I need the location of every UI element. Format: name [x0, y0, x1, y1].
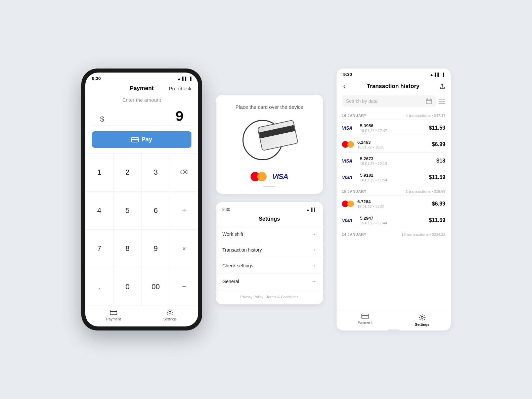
table-row[interactable]: VISA 5.3956 16.01.22 • 17:47 $11.59	[342, 120, 445, 136]
svg-rect-5	[362, 315, 368, 316]
tx-left-6: VISA 5.2947 15.01.22 • 11:44	[342, 216, 387, 225]
tx-amount-4: $11.59	[429, 174, 445, 180]
amount-value: 9	[176, 108, 183, 124]
table-row[interactable]: 6.2463 16.01.22 • 16:25 $6.99	[342, 136, 445, 152]
key-backspace[interactable]: ⌫	[170, 153, 198, 192]
share-icon	[439, 83, 445, 89]
key-8[interactable]: 8	[114, 230, 142, 268]
settings-item-general[interactable]: General →	[216, 273, 323, 289]
tx-info-1: 5.3956 16.01.22 • 17:47	[360, 123, 387, 133]
visa-logo-6: VISA	[342, 218, 357, 223]
svg-point-6	[421, 316, 423, 318]
settings-item-transaction-history[interactable]: Transaction history →	[216, 242, 323, 258]
general-arrow: →	[311, 278, 316, 284]
mc-yellow-circle	[257, 172, 267, 181]
svg-rect-0	[110, 310, 117, 315]
tx-date-header-15jan: 15 JANUARY 2 transactions • $18.58	[342, 187, 445, 195]
nav-payment[interactable]: Payment	[85, 309, 142, 321]
footer-separator: ·	[264, 295, 265, 299]
table-row[interactable]: VISA 5.2947 15.01.22 • 11:44 $11.59	[342, 212, 445, 228]
tx-info-5: 6.7284 15.01.22 • 11:20	[357, 199, 384, 209]
filter-icon	[439, 99, 445, 103]
payment-logos: VISA	[251, 172, 288, 182]
svg-rect-4	[362, 314, 368, 319]
key-9[interactable]: 9	[142, 230, 170, 268]
tx-title: Transaction history	[367, 83, 419, 90]
tx-group-16jan: 16 JANUARY 4 transactions • $47.17 VISA …	[342, 111, 445, 185]
tx-battery-icon: ▐	[441, 73, 444, 77]
nav-settings[interactable]: Settings	[142, 309, 198, 321]
signal-icon: ▌▌	[182, 77, 188, 81]
visa-logo-1: VISA	[342, 125, 357, 131]
key-multiply[interactable]: ×	[170, 230, 198, 268]
tx-nav-payment[interactable]: Payment	[337, 314, 394, 326]
phone-screen: 9:30 ▲ ▌▌ ▐ Payment Pre-check Enter the …	[85, 73, 198, 326]
key-0[interactable]: 0	[114, 268, 142, 306]
search-box[interactable]: Search by date	[342, 95, 436, 107]
tx-info-6: 5.2947 15.01.22 • 11:44	[360, 216, 387, 225]
key-00[interactable]: 00	[142, 268, 170, 306]
table-row[interactable]: 6.7284 15.01.22 • 11:20 $6.99	[342, 195, 445, 212]
key-dot[interactable]: .	[85, 268, 114, 306]
table-row[interactable]: VISA 5.9182 16.01.22 • 11:54 $11.59	[342, 169, 445, 185]
settings-time: 9:30	[222, 207, 230, 212]
wifi-icon: ▲	[177, 77, 181, 81]
tx-ref-5: 6.7284	[357, 199, 384, 204]
tx-time-6: 15.01.22 • 11:44	[360, 221, 387, 225]
terms-link[interactable]: Terms & Conditions	[266, 295, 298, 299]
settings-item-check-settings[interactable]: Check settings →	[216, 258, 323, 273]
tx-info-4: 5.9182 16.01.22 • 11:54	[360, 173, 387, 182]
search-placeholder: Search by date	[346, 98, 378, 104]
svg-rect-1	[110, 311, 117, 312]
key-2[interactable]: 2	[114, 153, 142, 192]
battery-icon: ▐	[189, 77, 191, 81]
transaction-history-panel: 9:30 ▲ ▌▌ ▐ ‹ Transaction history Search…	[337, 69, 451, 330]
tx-left-5: 6.7284 15.01.22 • 11:20	[342, 199, 384, 209]
phone-time: 9:30	[92, 76, 101, 81]
key-5[interactable]: 5	[114, 192, 142, 230]
back-button[interactable]: ‹	[342, 81, 347, 91]
privacy-policy-link[interactable]: Privacy Policy	[240, 295, 263, 299]
bottom-nav: Payment Settings	[85, 306, 198, 326]
visa-logo-3: VISA	[342, 158, 357, 164]
tx-left-4: VISA 5.9182 16.01.22 • 11:54	[342, 173, 387, 182]
tx-settings-nav-icon	[418, 314, 426, 321]
key-4[interactable]: 4	[85, 192, 114, 230]
tx-status-icons: ▲ ▌▌ ▐	[430, 73, 444, 77]
key-7[interactable]: 7	[85, 230, 114, 268]
date-label-15jan: 15 JANUARY	[342, 189, 366, 193]
precheck-label[interactable]: Pre-check	[169, 86, 191, 91]
pay-button[interactable]: Pay	[92, 131, 191, 148]
date-meta-14jan: 18 transactions • $234.22	[402, 232, 445, 236]
visa-logo-4: VISA	[342, 175, 357, 180]
settings-item-work-shift[interactable]: Work shift →	[216, 226, 323, 242]
status-icons: ▲ ▌▌ ▐	[177, 77, 191, 81]
key-3[interactable]: 3	[142, 153, 170, 192]
s-signal-icon: ▌▌	[311, 208, 316, 212]
svg-point-2	[169, 311, 171, 313]
tx-ref-2: 6.2463	[357, 140, 384, 145]
numpad: 1 2 3 ⌫ 4 5 6 + 7 8 9 × . 0 00 −	[85, 153, 198, 306]
tx-ref-1: 5.3956	[360, 123, 387, 128]
tx-left-1: VISA 5.3956 16.01.22 • 17:47	[342, 123, 387, 133]
filter-button[interactable]	[439, 99, 445, 103]
key-plus[interactable]: +	[170, 192, 198, 230]
work-shift-arrow: →	[311, 231, 316, 237]
mc-yellow-2	[347, 141, 354, 148]
share-button[interactable]	[439, 83, 445, 89]
tx-info-3: 5.2673 16.01.22 • 12:13	[360, 156, 387, 166]
key-minus[interactable]: −	[170, 268, 198, 306]
tx-nav-settings[interactable]: Settings	[394, 314, 451, 326]
mc-yellow-5	[347, 201, 354, 207]
tx-nav-settings-label: Settings	[415, 322, 429, 326]
tx-time-5: 15.01.22 • 11:20	[357, 205, 384, 209]
calendar-icon	[426, 98, 432, 104]
date-label-14jan: 14 JANUARY	[342, 232, 366, 236]
table-row[interactable]: VISA 5.2673 16.01.22 • 12:13 $18	[342, 152, 445, 169]
key-1[interactable]: 1	[85, 153, 114, 192]
payment-title: Payment	[130, 85, 154, 92]
mc-logo-5	[342, 200, 354, 208]
tx-amount-5: $6.99	[432, 201, 445, 207]
key-6[interactable]: 6	[142, 192, 170, 230]
tx-left-3: VISA 5.2673 16.01.22 • 12:13	[342, 156, 387, 166]
